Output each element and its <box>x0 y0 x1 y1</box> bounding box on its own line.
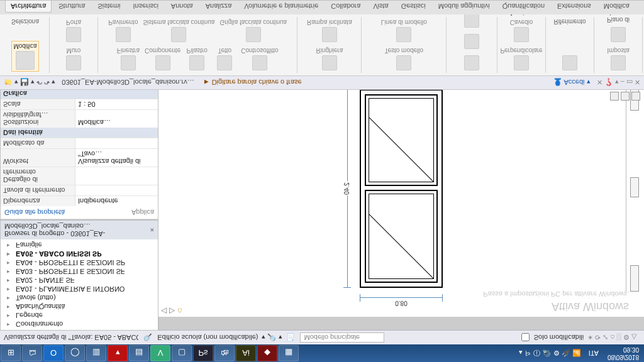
ribbon-button[interactable]: Modifica <box>11 41 38 72</box>
tree-item[interactable]: Legende <box>1 311 158 320</box>
ribbon-button[interactable]: Ringhiera <box>314 46 344 72</box>
ribbon-button[interactable]: Scala <box>317 14 342 15</box>
ribbon-button[interactable]: Componente <box>143 46 182 72</box>
ribbon-button[interactable] <box>557 53 582 72</box>
task-store[interactable]: 🛍 <box>214 345 235 361</box>
ribbon-group: ImpostaPiano di lavoro <box>594 17 643 73</box>
ribbon-tab[interactable]: Struttura <box>53 1 91 13</box>
ribbon-tab[interactable]: Modifica <box>598 1 635 13</box>
ribbon-tab[interactable]: Annota <box>165 1 199 13</box>
signin-link[interactable]: 👤 Accedi ▾ <box>553 79 591 87</box>
tree-item[interactable]: Famiglie <box>1 241 158 250</box>
ribbon-button[interactable]: Rampa inclinata <box>306 18 353 43</box>
ribbon-tab[interactable]: Moduli aggiuntivi <box>433 1 496 13</box>
tool-icon[interactable] <box>610 92 619 101</box>
ribbon-button[interactable]: Porta <box>61 18 86 43</box>
ribbon-group: Testo modelloLinea di modelloGruppo di m… <box>362 17 447 73</box>
door-upper-sash <box>365 190 438 283</box>
task-app4[interactable]: V <box>150 345 170 361</box>
ribbon-button[interactable]: Griglia facciata continua <box>218 18 288 43</box>
ribbon-tab[interactable]: Gestisci <box>396 1 431 13</box>
ribbon-button[interactable]: Finestra <box>116 46 141 72</box>
ribbon-button[interactable]: Cavedio <box>509 18 535 43</box>
ribbon-tab[interactable]: Analizza <box>200 1 238 13</box>
tool-icon[interactable] <box>631 92 640 101</box>
ribbon-button[interactable]: Linea di modello <box>380 18 428 43</box>
properties-help-link[interactable]: Guida alle proprietà <box>4 209 65 216</box>
only-modifiable-checkbox[interactable]: Solo modificabili <box>519 332 584 344</box>
property-row[interactable]: Tavola di riferimento <box>1 185 158 195</box>
property-row[interactable]: Dettaglio di riferimento <box>1 167 158 185</box>
tree-item[interactable]: EA03 - PROSPETTI E SEZIONI SF <box>1 267 158 276</box>
ribbon-button[interactable]: Gruppo di modello <box>377 14 431 15</box>
ribbon-group: Riferimento <box>546 17 594 73</box>
task-chrome[interactable]: ◯ <box>65 345 85 361</box>
ribbon-button[interactable]: Pilastro <box>184 46 209 72</box>
property-row[interactable]: WorksetVisualizza dettagli di "Tavo… <box>1 148 158 167</box>
ribbon-tabs[interactable]: ArchitetturaStrutturaSistemiInserisciAnn… <box>0 0 644 14</box>
ribbon-button[interactable]: Muro <box>61 46 86 72</box>
linked-model: Edificio scuola (non modificabile) <box>157 334 258 341</box>
canvas-view-tools[interactable] <box>610 92 640 101</box>
ribbon-tab[interactable]: Quantification <box>497 1 550 13</box>
ribbon-group-title: Apertura <box>502 14 540 18</box>
task-app1[interactable]: ▥ <box>86 345 106 361</box>
ribbon-tab[interactable]: Inserisci <box>128 1 164 13</box>
task-app5[interactable]: ▢ <box>172 345 192 361</box>
project-browser-tree[interactable]: CoordinamentoLegendeAbachi/QuantitàTavol… <box>1 239 158 330</box>
system-tray[interactable]: ▴ 🏳 ⓘ 🔊 ⚙ 🔌 📶 <box>515 349 584 358</box>
ribbon-button[interactable]: Pavimento <box>107 18 139 43</box>
drawing-canvas[interactable]: Attiva Windows Passa a Impostazioni PC p… <box>158 89 644 317</box>
ribbon-button[interactable]: Montante <box>183 14 212 15</box>
tree-item[interactable]: Coordinamento <box>1 320 158 329</box>
ribbon-button[interactable] <box>459 14 484 29</box>
ribbon-button[interactable] <box>459 53 484 72</box>
tray-lang[interactable]: ITA <box>585 349 602 357</box>
task-app2[interactable]: ▾ <box>108 345 128 361</box>
task-app3[interactable]: ▤ <box>129 345 149 361</box>
ribbon-tab[interactable]: Architettura <box>5 1 52 13</box>
property-row[interactable]: DipendenzaIndipendente <box>1 195 158 206</box>
start-button[interactable]: ⊞ <box>1 345 21 361</box>
ribbon-button[interactable] <box>459 31 484 50</box>
ribbon-tab[interactable]: Collabora <box>325 1 366 13</box>
property-row[interactable]: Modificato da <box>1 138 158 148</box>
ribbon-button[interactable]: Tetto <box>212 46 237 72</box>
property-row[interactable]: Scala1 : 50 <box>1 99 158 109</box>
tree-item[interactable]: EA02 - PIANTE SF <box>1 276 158 285</box>
ribbon-button[interactable]: Sistema facciata continua <box>142 18 216 43</box>
task-ps[interactable]: Ps <box>193 345 213 361</box>
property-row[interactable]: Sostituzioni visibilità/graf…Modifica… <box>1 109 158 128</box>
ribbon-button[interactable]: Testo modello <box>383 46 425 72</box>
ribbon-button[interactable]: Imposta <box>606 46 631 72</box>
tree-item[interactable]: EA01 - PLANIMETRIA E INTORNO <box>1 285 158 293</box>
properties-help-row: Guida alle proprietà Applica <box>1 206 158 219</box>
task-reader[interactable]: ◆ <box>257 345 277 361</box>
section-detail: 2.40 <box>626 84 643 292</box>
tree-item[interactable]: Tavole (tutto) <box>1 293 158 302</box>
view-mini-toolbar[interactable]: ◁ ▷ ⌂ <box>161 305 182 317</box>
close-icon[interactable]: × <box>150 226 154 234</box>
ribbon-tab[interactable]: Sistemi <box>92 1 126 13</box>
model-search[interactable]: Modello principale <box>300 332 384 343</box>
task-ai[interactable]: Ai <box>236 345 256 361</box>
task-explorer[interactable]: 🗂 <box>22 345 42 361</box>
apply-button[interactable]: Applica <box>131 209 154 216</box>
nav-back-icon[interactable]: ◁ <box>161 307 167 315</box>
task-calc[interactable]: ▦ <box>279 345 299 361</box>
ribbon-tab[interactable]: Extensions <box>552 1 597 13</box>
tree-item[interactable]: EA05 - ABACO INFISSI SP <box>1 250 158 258</box>
ribbon-tab[interactable]: Volumetrie e planimetrie <box>238 1 324 13</box>
tray-clock[interactable]: 08/09/2018 09:30 <box>602 346 644 361</box>
nav-fwd-icon[interactable]: ▷ <box>169 307 175 315</box>
tree-item[interactable]: Abachi/Quantità <box>1 302 158 311</box>
task-outlook[interactable]: O <box>43 345 64 361</box>
tree-item[interactable]: EA04 - PROSPETTI E SEZIONI SP <box>1 258 158 267</box>
ribbon-button[interactable]: Perpendicolare <box>502 46 540 72</box>
ribbon-tab[interactable]: Vista <box>367 1 394 13</box>
ribbon-button[interactable] <box>606 25 631 43</box>
tool-icon[interactable] <box>621 92 630 101</box>
status-hint[interactable]: ► Digitare parola chiave o frase <box>203 79 302 86</box>
ribbon-button[interactable]: Controsoffitto <box>240 46 279 72</box>
home-icon[interactable]: ⌂ <box>177 307 182 315</box>
